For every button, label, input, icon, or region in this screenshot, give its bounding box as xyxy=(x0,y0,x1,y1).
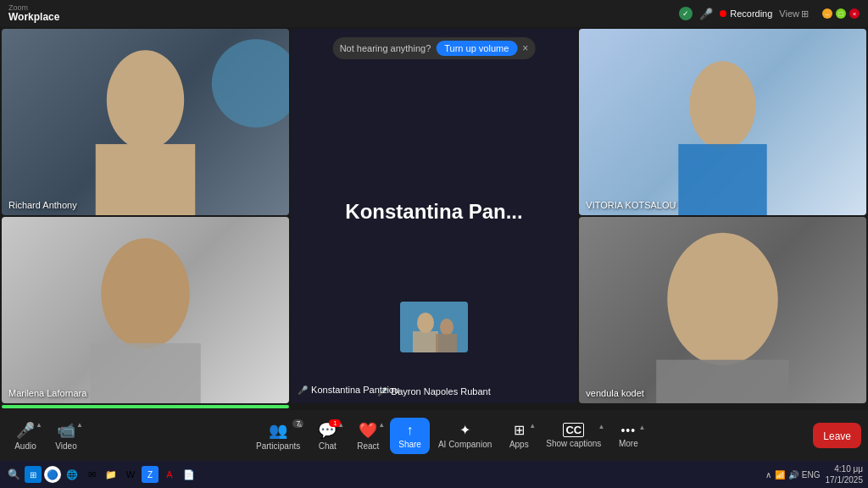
maximize-button[interactable]: □ xyxy=(836,8,846,19)
audio-caret-icon: ▲ xyxy=(36,421,42,429)
view-button[interactable]: View ⊞ xyxy=(779,8,809,19)
system-tray-icons: ∧ 📶 🔊 ENG xyxy=(765,470,821,480)
turn-up-volume-button[interactable]: Turn up volume xyxy=(436,41,517,56)
recording-label: Recording xyxy=(730,8,772,19)
time-display: 4:10 μμ xyxy=(826,463,864,474)
more-icon: ••• xyxy=(620,424,636,437)
ai-companion-label: AI Companion xyxy=(438,440,492,449)
taskbar-apps: 🔍 ⊞ 🔵 🌐 ✉ 📁 W Z A 📄 xyxy=(5,466,198,483)
notification-bar: Not hearing anything? Turn up volume × xyxy=(333,37,536,59)
audio-button[interactable]: 🎤 Audio ▲ xyxy=(7,418,44,454)
participant-label-konstantina: 🎤 Konstantina Pantziou xyxy=(298,381,399,396)
audio-icon: 🎤 xyxy=(16,421,35,440)
apps-caret-icon: ▲ xyxy=(529,422,536,430)
participants-caret-icon: ▲ xyxy=(297,421,303,429)
network-icon[interactable]: 📶 xyxy=(775,470,785,480)
recording-badge: Recording xyxy=(720,8,772,19)
tray-up-icon[interactable]: ∧ xyxy=(765,470,771,480)
apps-icon: ⊞ xyxy=(514,422,525,438)
notification-text: Not hearing anything? xyxy=(340,43,431,53)
react-label: React xyxy=(357,441,379,451)
react-caret-icon: ▲ xyxy=(378,421,385,429)
app-subtitle: Workplace xyxy=(8,12,59,23)
view-label: View xyxy=(779,8,799,19)
lang-indicator[interactable]: ENG xyxy=(802,470,821,480)
toolbar: 🎤 Audio ▲ 📹 Video ▲ 👥 Participants 7 ▲ 💬… xyxy=(0,410,868,461)
captions-label: Show captions xyxy=(546,439,601,448)
date-display: 17/1/2025 xyxy=(826,474,864,485)
participants-label: Participants xyxy=(256,441,300,451)
close-button[interactable]: × xyxy=(849,8,860,19)
taskbar-word-icon[interactable]: W xyxy=(122,466,139,483)
taskbar-mail-icon[interactable]: ✉ xyxy=(83,466,100,483)
share-label: Share xyxy=(398,440,421,449)
close-notification-button[interactable]: × xyxy=(522,42,528,54)
chat-caret-icon: ▲ xyxy=(337,421,344,429)
taskbar-folder-icon[interactable]: 📁 xyxy=(103,466,120,483)
participant-name-vendula: vendula kodet xyxy=(586,388,644,398)
share-icon: ↑ xyxy=(407,423,414,438)
video-label: Video xyxy=(55,441,76,451)
taskbar-right-area: ∧ 📶 🔊 ENG 4:10 μμ 17/1/2025 xyxy=(765,463,863,485)
grid-icon: ⊞ xyxy=(801,8,809,19)
toolbar-right: Leave xyxy=(813,423,861,448)
share-button[interactable]: ↑ Share xyxy=(390,418,430,454)
video-cell-kirsi: Kirsi xyxy=(2,405,289,408)
ai-companion-icon: ✦ xyxy=(459,422,470,438)
audio-label: Audio xyxy=(14,441,36,451)
taskbar-other-icon[interactable]: 📄 xyxy=(181,466,198,483)
titlebar-right: ✓ 🎤 Recording View ⊞ – □ × xyxy=(679,7,860,20)
more-button[interactable]: ••• More ▲ xyxy=(609,420,647,452)
mic-icon-konstantina: 🎤 xyxy=(298,385,308,395)
taskbar-chrome-icon[interactable]: 🔵 xyxy=(44,466,61,483)
video-cell-konstantina: Not hearing anything? Turn up volume × K… xyxy=(291,29,578,403)
taskbar-zoom-icon[interactable]: Z xyxy=(142,466,159,483)
toolbar-left: 🎤 Audio ▲ 📹 Video ▲ xyxy=(7,418,85,454)
video-cell-vendula: vendula kodet xyxy=(579,217,866,403)
react-icon: ❤️ xyxy=(359,421,377,440)
taskbar-search-icon[interactable]: 🔍 xyxy=(5,466,22,483)
captions-caret-icon: ▲ xyxy=(598,423,604,430)
recording-dot xyxy=(720,10,726,17)
video-caret-icon: ▲ xyxy=(76,421,83,429)
taskbar-windows-icon[interactable]: ⊞ xyxy=(25,466,42,483)
minimize-button[interactable]: – xyxy=(822,8,832,19)
taskbar-clock[interactable]: 4:10 μμ 17/1/2025 xyxy=(826,463,864,485)
video-cell-vitoria: VITORIA KOTSALOU xyxy=(579,29,866,215)
thumbnail-dayron xyxy=(400,302,468,352)
app-logo: Zoom Workplace xyxy=(8,4,59,23)
video-icon: 📹 xyxy=(57,421,75,440)
captions-button[interactable]: CC Show captions ▲ xyxy=(541,419,606,452)
more-label: More xyxy=(619,439,638,448)
chat-button[interactable]: 💬 Chat 1 ▲ xyxy=(309,418,346,454)
toolbar-center: 👥 Participants 7 ▲ 💬 Chat 1 ▲ ❤️ React ▲… xyxy=(251,418,647,454)
video-thumbnail-dayron xyxy=(400,302,468,352)
participant-name-vitoria: VITORIA KOTSALOU xyxy=(586,200,676,210)
video-button[interactable]: 📹 Video ▲ xyxy=(47,418,85,454)
apps-button[interactable]: ⊞ Apps ▲ xyxy=(500,419,537,452)
chat-label: Chat xyxy=(319,441,337,451)
taskbar-edge-icon[interactable]: 🌐 xyxy=(64,466,81,483)
video-grid: Richard Anthony Not hearing anything? Tu… xyxy=(0,27,868,410)
taskbar-acrobat-icon[interactable]: A xyxy=(161,466,178,483)
center-participant-name: Konstantina Pan... xyxy=(345,200,522,224)
participant-name-marilena: Marilena Lafornara xyxy=(8,388,86,398)
video-cell-marilena: Marilena Lafornara xyxy=(2,217,289,403)
participants-button[interactable]: 👥 Participants 7 ▲ xyxy=(251,418,305,454)
react-button[interactable]: ❤️ React ▲ xyxy=(349,418,387,454)
mic-indicator-icon: 🎤 xyxy=(699,8,713,20)
security-shield-icon[interactable]: ✓ xyxy=(679,7,693,20)
taskbar: 🔍 ⊞ 🔵 🌐 ✉ 📁 W Z A 📄 ∧ 📶 🔊 ENG 4:10 μμ 17… xyxy=(0,461,868,488)
apps-label: Apps xyxy=(509,440,529,449)
leave-button[interactable]: Leave xyxy=(813,423,861,448)
ai-companion-button[interactable]: ✦ AI Companion xyxy=(433,419,497,452)
speaker-icon[interactable]: 🔊 xyxy=(788,470,798,480)
title-bar: Zoom Workplace ✓ 🎤 Recording View ⊞ – □ … xyxy=(0,0,868,27)
participant-name-richard: Richard Anthony xyxy=(8,200,77,210)
captions-icon: CC xyxy=(563,423,584,437)
participants-icon: 👥 xyxy=(269,421,287,440)
more-caret-icon: ▲ xyxy=(638,424,645,431)
leave-label: Leave xyxy=(823,430,851,442)
video-cell-richard: Richard Anthony xyxy=(2,29,289,215)
